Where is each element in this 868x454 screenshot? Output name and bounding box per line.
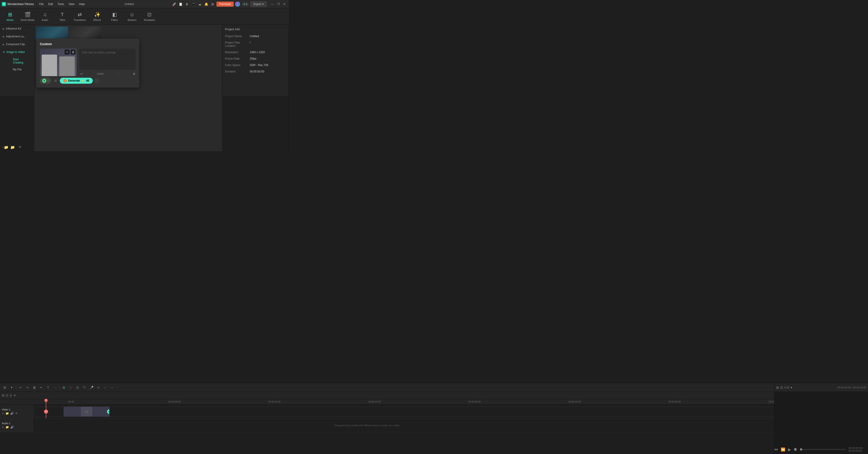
add-separator: + — [47, 79, 49, 82]
sidebar-sub-menu: Start Creating My File — [0, 56, 34, 73]
toolbar-stock-label: Stock Media — [21, 19, 35, 21]
label-duration: Duration: — [225, 70, 248, 73]
learn-icon[interactable]: 📋 — [178, 2, 183, 7]
maximize-button[interactable]: ❐ — [276, 2, 281, 7]
toolbar-titles[interactable]: T Titles — [54, 9, 70, 24]
avatar[interactable] — [235, 2, 240, 7]
transitions-icon: ⇄ — [78, 12, 82, 18]
sidebar-item-compound-clip[interactable]: ▶ Compound Clip — [0, 40, 34, 48]
sidebar-item-adjustment[interactable]: ▶ Adjustment La... — [0, 33, 34, 40]
project-info-title: Project Info — [225, 28, 286, 31]
toolbar-filters[interactable]: ◧ Filters — [106, 9, 123, 24]
player-panel — [288, 33, 289, 151]
coin-badge: + 0 — [242, 2, 249, 6]
monitor-icon[interactable]: 🖥 — [184, 2, 189, 7]
toolbar-effects[interactable]: ✨ Effects — [89, 9, 105, 24]
help-button[interactable]: ? — [95, 78, 99, 83]
label-framerate: Frame Rate: — [225, 57, 248, 60]
add-media-button[interactable]: + + — [40, 78, 51, 84]
label-files-location: Project Files Location: — [225, 41, 248, 48]
value-resolution: 1080 x 1920 — [250, 51, 265, 54]
sidebar-label-influence-kit: Influence Kit — [6, 27, 21, 30]
value-colorspace: SDR - Rec.709 — [250, 63, 268, 67]
toolbar-stickers[interactable]: ☺ Stickers — [124, 9, 140, 24]
generate-button[interactable]: ⚡ Generate ⚡ 40 — [60, 78, 93, 84]
toolbar-templates[interactable]: ⊡ Templates — [141, 9, 158, 24]
info-row-duration: Duration: 00:00:00:00 — [225, 70, 286, 73]
generate-credits: ⚡ — [81, 79, 85, 82]
menu-help[interactable]: Help — [77, 2, 87, 6]
toolbar-transitions-label: Transitions — [73, 19, 86, 21]
person-right — [59, 56, 75, 76]
export-label: Export — [253, 2, 261, 6]
menu-edit[interactable]: Edit — [46, 2, 55, 6]
refresh-button[interactable]: ↺ — [53, 78, 58, 83]
apps-icon[interactable]: ⊞ — [210, 2, 215, 7]
sidebar-item-image-to-video[interactable]: ▼ Image to Video — [0, 48, 34, 56]
effects-icon: ✨ — [94, 12, 100, 18]
export-button[interactable]: Export ▾ — [250, 1, 267, 7]
media-content-area: Custom ✏ 🗑 Click here to en — [34, 25, 222, 151]
toolbar-media[interactable]: ⊞ Media — [2, 9, 18, 24]
top-toolbar: ⊞ Media 🎬 Stock Media ♫ Audio T Titles ⇄… — [0, 8, 289, 25]
templates-icon: ⊡ — [147, 12, 151, 18]
popup-right: Click here to enter a prompt. ⇌ 0/200 | … — [79, 49, 135, 76]
toolbar-effects-label: Effects — [93, 19, 101, 21]
sidebar-start-creating[interactable]: Start Creating — [6, 56, 34, 66]
titlebar: W Wondershare Filmora File Edit Tools Vi… — [0, 0, 289, 8]
toolbar-stock-media[interactable]: 🎬 Stock Media — [19, 9, 36, 24]
minimize-button[interactable]: — — [270, 2, 275, 7]
custom-popup: Custom ✏ 🗑 Click here to en — [36, 38, 139, 88]
coin-plus-icon: + — [243, 2, 245, 6]
delete-thumb-button[interactable]: 🗑 — [70, 50, 75, 55]
popup-thumbnail: ✏ 🗑 — [40, 49, 76, 76]
person-left — [42, 55, 57, 76]
clear-prompt-icon[interactable]: 🗑 — [133, 72, 135, 76]
toolbar-audio-label: Audio — [42, 19, 48, 21]
shuffle-icon[interactable]: ⇌ — [79, 72, 84, 76]
gen-icon: ⚡ — [63, 79, 67, 82]
menu-tools[interactable]: Tools — [56, 2, 66, 6]
purchase-button[interactable]: Purchase — [216, 2, 234, 7]
generate-label: Generate — [68, 79, 80, 82]
info-row-colorspace: Color Space: SDR - Rec.709 — [225, 63, 286, 67]
popup-icons-left: ⇌ — [79, 72, 84, 76]
add-plus-icon: + — [42, 79, 46, 83]
popup-thumbnail-wrap: ✏ 🗑 — [40, 49, 76, 76]
toolbar-titles-label: Titles — [59, 19, 65, 21]
edit-thumb-button[interactable]: ✏ — [65, 50, 70, 55]
toolbar-audio[interactable]: ♫ Audio — [37, 9, 53, 24]
toolbar-media-label: Media — [7, 19, 13, 21]
info-row-location: Project Files Location: / — [225, 41, 286, 48]
chevron-right-icon-2: ▶ — [3, 35, 5, 38]
project-info-panel: Project Info Project Name: Untitled Proj… — [222, 25, 288, 96]
mobile-icon[interactable]: 📱 — [191, 2, 196, 7]
label-project-name: Project Name: — [225, 35, 248, 38]
info-row-name: Project Name: Untitled — [225, 35, 286, 38]
sidebar-item-influence-kit[interactable]: ▶ Influence Kit — [0, 25, 34, 33]
sidebar-my-file[interactable]: My File — [6, 66, 34, 73]
stickers-icon: ☺ — [129, 12, 134, 18]
menu-file[interactable]: File — [37, 2, 45, 6]
popup-body: ✏ 🗑 Click here to enter a prompt. ⇌ 0/20… — [40, 49, 135, 76]
toolbar-filters-label: Filters — [111, 19, 118, 21]
cloud-icon[interactable]: ☁ — [197, 2, 202, 7]
prompt-area[interactable]: Click here to enter a prompt. — [79, 49, 135, 70]
sidebar-label-compound-clip: Compound Clip — [6, 42, 25, 46]
toolbar-transitions[interactable]: ⇄ Transitions — [71, 9, 88, 24]
menu-view[interactable]: View — [67, 2, 76, 6]
close-button[interactable]: ✕ — [282, 2, 287, 7]
label-colorspace: Color Space: — [225, 63, 248, 67]
sidebar: ▶ Influence Kit ▶ Adjustment La... ▶ Com… — [0, 25, 34, 96]
app-name: Wondershare Filmora — [7, 2, 34, 6]
toolbar-stickers-label: Stickers — [127, 19, 136, 21]
bell-icon[interactable]: 🔔 — [204, 2, 209, 7]
app-logo: W Wondershare Filmora — [2, 2, 34, 6]
rocket-icon[interactable]: 🚀 — [172, 2, 177, 7]
generate-credits-count: 40 — [86, 79, 89, 82]
value-duration: 00:00:00:00 — [250, 70, 264, 73]
media-icon: ⊞ — [8, 12, 12, 18]
chevron-right-icon: ▶ — [3, 28, 5, 30]
value-files-location: / — [250, 41, 250, 48]
audio-icon: ♫ — [43, 12, 47, 18]
